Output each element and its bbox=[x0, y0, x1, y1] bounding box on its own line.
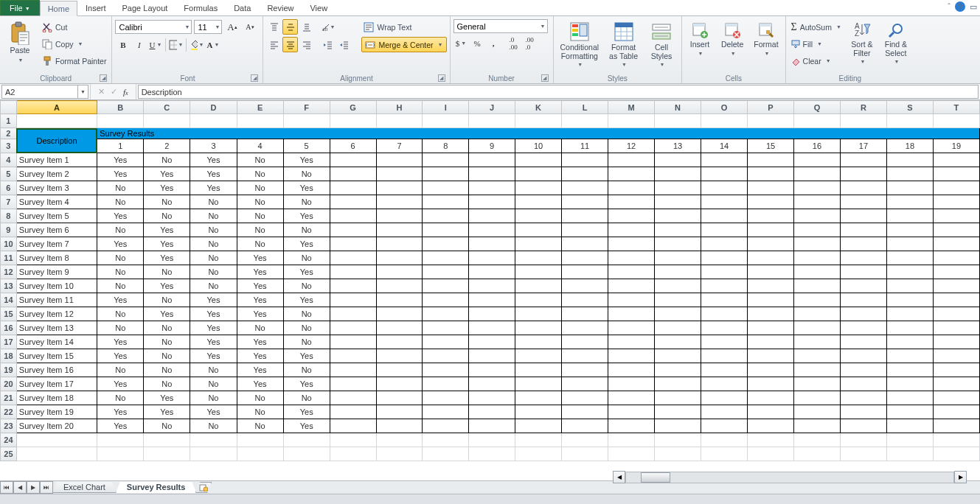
cell-O6[interactable] bbox=[701, 181, 748, 195]
cell-H8[interactable] bbox=[376, 209, 423, 223]
cell-O4[interactable] bbox=[701, 153, 748, 167]
cell-I25[interactable] bbox=[423, 447, 469, 461]
cell-O18[interactable] bbox=[701, 349, 748, 363]
row-head-4[interactable]: 4 bbox=[1, 153, 17, 167]
cell-N19[interactable] bbox=[655, 363, 701, 377]
cell-P4[interactable] bbox=[748, 153, 794, 167]
cell-D12[interactable]: No bbox=[190, 265, 237, 279]
cell-B25[interactable] bbox=[97, 447, 144, 461]
cell-C3[interactable]: 2 bbox=[144, 139, 190, 153]
cell-B5[interactable]: Yes bbox=[97, 167, 144, 181]
formula-input[interactable]: Description bbox=[138, 85, 979, 99]
col-head-G[interactable]: G bbox=[330, 101, 376, 114]
cell-A20[interactable]: Survey Item 17 bbox=[16, 377, 97, 391]
cell-A23[interactable]: Survey Item 20 bbox=[16, 419, 97, 433]
cell-H16[interactable] bbox=[376, 321, 423, 335]
cell-J17[interactable] bbox=[469, 335, 515, 349]
cell-S15[interactable] bbox=[886, 307, 933, 321]
cell-P22[interactable] bbox=[748, 405, 794, 419]
cell-N18[interactable] bbox=[655, 349, 701, 363]
cell-P19[interactable] bbox=[748, 363, 794, 377]
cell-G5[interactable] bbox=[330, 167, 376, 181]
cell-I13[interactable] bbox=[423, 279, 469, 293]
sheet-nav-first[interactable]: ⏮ bbox=[0, 481, 13, 494]
cell-K18[interactable] bbox=[515, 349, 562, 363]
cell-N5[interactable] bbox=[655, 167, 701, 181]
cell-T16[interactable] bbox=[933, 321, 979, 335]
comma-format-button[interactable]: , bbox=[486, 35, 501, 51]
cell-J11[interactable] bbox=[469, 251, 515, 265]
cell-B4[interactable]: Yes bbox=[97, 153, 144, 167]
cell-T7[interactable] bbox=[933, 195, 979, 209]
cell-R14[interactable] bbox=[840, 293, 886, 307]
cell-F23[interactable]: Yes bbox=[283, 419, 330, 433]
cell-A13[interactable]: Survey Item 10 bbox=[16, 279, 97, 293]
cell-Q10[interactable] bbox=[794, 237, 841, 251]
cell-T1[interactable] bbox=[933, 114, 979, 128]
cell-K6[interactable] bbox=[515, 181, 562, 195]
cell-R21[interactable] bbox=[840, 391, 886, 405]
cell-F5[interactable]: No bbox=[283, 167, 330, 181]
cell-N15[interactable] bbox=[655, 307, 701, 321]
cell-S6[interactable] bbox=[886, 181, 933, 195]
cell-P16[interactable] bbox=[748, 321, 794, 335]
cell-L7[interactable] bbox=[562, 195, 608, 209]
cell-A16[interactable]: Survey Item 13 bbox=[16, 321, 97, 335]
sheet-nav-last[interactable]: ⏭ bbox=[40, 481, 53, 494]
cell-G21[interactable] bbox=[330, 391, 376, 405]
cell-P6[interactable] bbox=[748, 181, 794, 195]
cell-G8[interactable] bbox=[330, 209, 376, 223]
row-head-25[interactable]: 25 bbox=[1, 447, 17, 461]
cell-P9[interactable] bbox=[748, 223, 794, 237]
cell-L22[interactable] bbox=[562, 405, 608, 419]
cell-L15[interactable] bbox=[562, 307, 608, 321]
cell-H9[interactable] bbox=[376, 223, 423, 237]
cell-C7[interactable]: No bbox=[144, 195, 190, 209]
cell-C19[interactable]: No bbox=[144, 363, 190, 377]
cell-T23[interactable] bbox=[933, 419, 979, 433]
cell-S25[interactable] bbox=[886, 447, 933, 461]
cell-O12[interactable] bbox=[701, 265, 748, 279]
cell-G9[interactable] bbox=[330, 223, 376, 237]
cell-T25[interactable] bbox=[933, 447, 979, 461]
cell-O8[interactable] bbox=[701, 209, 748, 223]
cell-R6[interactable] bbox=[840, 181, 886, 195]
cell-F3[interactable]: 5 bbox=[283, 139, 330, 153]
cell-J25[interactable] bbox=[469, 447, 515, 461]
cell-M19[interactable] bbox=[608, 363, 655, 377]
cell-H10[interactable] bbox=[376, 237, 423, 251]
cell-Q9[interactable] bbox=[794, 223, 841, 237]
cell-O24[interactable] bbox=[701, 433, 748, 447]
cell-A19[interactable]: Survey Item 16 bbox=[16, 363, 97, 377]
cell-N4[interactable] bbox=[655, 153, 701, 167]
cell-Q18[interactable] bbox=[794, 349, 841, 363]
conditional-formatting-button[interactable]: Conditional Formatting▼ bbox=[557, 19, 603, 69]
help-icon[interactable]: ? bbox=[955, 1, 965, 12]
cell-F13[interactable]: No bbox=[283, 279, 330, 293]
cell-C9[interactable]: Yes bbox=[144, 223, 190, 237]
cell-E21[interactable]: No bbox=[237, 391, 283, 405]
cell-N13[interactable] bbox=[655, 279, 701, 293]
cell-M5[interactable] bbox=[608, 167, 655, 181]
cell-I24[interactable] bbox=[423, 433, 469, 447]
cell-P11[interactable] bbox=[748, 251, 794, 265]
row-head-2[interactable]: 2 bbox=[1, 128, 17, 139]
cell-C1[interactable] bbox=[144, 114, 190, 128]
insert-cells-button[interactable]: Insert▼ bbox=[685, 19, 715, 58]
cell-S17[interactable] bbox=[886, 335, 933, 349]
cell-G20[interactable] bbox=[330, 377, 376, 391]
cell-J19[interactable] bbox=[469, 363, 515, 377]
orientation-button[interactable]: ab▼ bbox=[320, 19, 336, 35]
cell-F19[interactable]: No bbox=[283, 363, 330, 377]
select-all-corner[interactable] bbox=[1, 101, 17, 114]
cell-S24[interactable] bbox=[886, 433, 933, 447]
cell-B10[interactable]: Yes bbox=[97, 237, 144, 251]
cell-K16[interactable] bbox=[515, 321, 562, 335]
cell-J23[interactable] bbox=[469, 419, 515, 433]
cell-O5[interactable] bbox=[701, 167, 748, 181]
cell-I8[interactable] bbox=[423, 209, 469, 223]
cell-K7[interactable] bbox=[515, 195, 562, 209]
cell-R12[interactable] bbox=[840, 265, 886, 279]
cell-A7[interactable]: Survey Item 4 bbox=[16, 195, 97, 209]
cell-L14[interactable] bbox=[562, 293, 608, 307]
